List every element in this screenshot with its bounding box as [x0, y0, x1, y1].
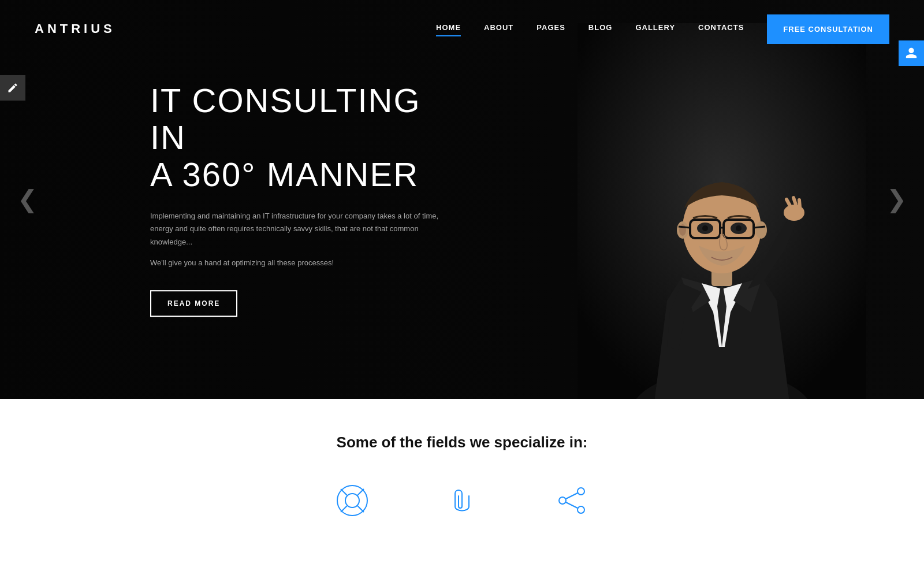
logo: ANTRIUS: [35, 21, 116, 36]
svg-rect-1: [578, 23, 866, 399]
svg-point-6: [755, 221, 767, 239]
svg-rect-0: [578, 23, 866, 399]
svg-line-30: [566, 493, 578, 499]
nav-about[interactable]: ABOUT: [484, 23, 513, 35]
header: ANTRIUS HOME ABOUT PAGES BLOG GALLERY CO…: [0, 0, 924, 58]
svg-line-20: [799, 200, 800, 207]
read-more-button[interactable]: READ MORE: [150, 290, 237, 317]
svg-line-24: [357, 489, 364, 495]
svg-rect-9: [724, 220, 754, 238]
svg-line-31: [566, 502, 578, 508]
hero-subtext: We'll give you a hand at optimizing all …: [150, 257, 450, 269]
spec-icon-network: [552, 480, 592, 521]
svg-point-28: [559, 497, 566, 504]
nav-blog[interactable]: BLOG: [588, 23, 613, 35]
hero-description: Implementing and maintaining an IT infra…: [150, 210, 450, 249]
nav-home[interactable]: HOME: [436, 23, 461, 35]
spec-icon-support: [332, 480, 372, 521]
svg-line-11: [679, 227, 690, 228]
specialize-title: Some of the fields we specialize in:: [12, 433, 912, 451]
svg-point-27: [578, 488, 584, 495]
svg-point-16: [736, 225, 742, 231]
svg-point-13: [697, 223, 713, 234]
nav-gallery[interactable]: GALLERY: [635, 23, 675, 35]
svg-point-5: [677, 221, 688, 239]
edit-float-button[interactable]: [0, 75, 25, 101]
svg-line-23: [341, 489, 347, 495]
svg-point-15: [702, 225, 708, 231]
user-float-button[interactable]: [899, 40, 924, 66]
hero-overlay: [0, 0, 924, 399]
pencil-icon: [7, 82, 18, 94]
spec-icon-paperclip: [442, 480, 482, 521]
slider-next-arrow[interactable]: ❯: [881, 181, 912, 217]
hero-title: IT CONSULTING IN A 360° MANNER: [150, 82, 450, 192]
svg-line-19: [793, 198, 796, 205]
svg-line-12: [754, 227, 765, 228]
nav-contacts[interactable]: CONTACTS: [698, 23, 744, 35]
svg-point-2: [629, 370, 814, 399]
svg-line-18: [787, 199, 790, 206]
slider-prev-arrow[interactable]: ❮: [12, 181, 43, 217]
svg-point-22: [345, 494, 359, 507]
svg-rect-3: [711, 254, 732, 286]
hero-section: IT CONSULTING IN A 360° MANNER Implement…: [0, 0, 924, 399]
svg-point-29: [578, 506, 584, 513]
svg-line-26: [357, 506, 364, 512]
hero-person-image: [578, 23, 866, 399]
svg-point-14: [731, 223, 747, 234]
free-consultation-button[interactable]: FREE CONSULTATION: [767, 14, 889, 44]
nav-pages[interactable]: PAGES: [536, 23, 565, 35]
specialize-section: Some of the fields we specialize in:: [0, 399, 924, 544]
user-icon: [905, 47, 918, 60]
svg-rect-8: [690, 220, 720, 238]
svg-point-17: [784, 205, 804, 221]
specialize-icons-row: [12, 480, 912, 521]
navigation: HOME ABOUT PAGES BLOG GALLERY CONTACTS F…: [436, 14, 889, 44]
hero-content: IT CONSULTING IN A 360° MANNER Implement…: [150, 82, 450, 317]
svg-point-7: [679, 224, 686, 236]
svg-point-4: [683, 183, 761, 273]
svg-line-25: [341, 506, 347, 512]
